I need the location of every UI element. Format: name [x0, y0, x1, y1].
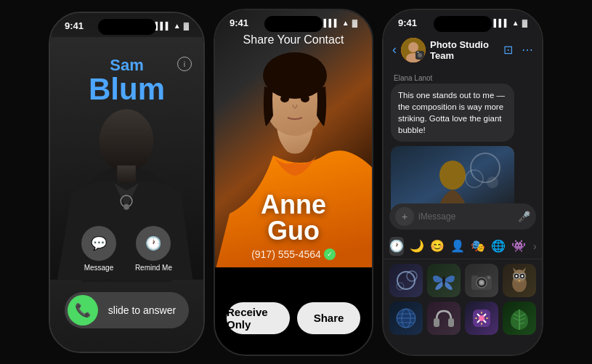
contact-name-area: Anne Guo (917) 555-4564 ✓ [215, 192, 372, 260]
status-icons-3: ▌▌▌ ▲ ▓ [494, 19, 527, 27]
svg-point-37 [516, 275, 518, 277]
dynamic-island-1 [98, 19, 156, 35]
svg-point-12 [408, 42, 418, 52]
wifi-icon-2: ▲ [342, 19, 349, 27]
video-call-icon[interactable]: ⊡ [503, 43, 513, 57]
wifi-icon: ▲ [174, 22, 181, 30]
sticker-tab-person[interactable]: 👤 [450, 237, 465, 256]
svg-point-21 [487, 177, 498, 188]
slide-to-answer[interactable]: 📞 slide to answer [65, 292, 189, 328]
sticker-headphones[interactable] [427, 302, 461, 335]
sticker-globe[interactable] [389, 302, 423, 335]
contact-phone-row: (917) 555-4564 ✓ [215, 248, 372, 260]
messages-area: Elana Lanot This one stands out to me — … [384, 68, 542, 224]
sticker-art[interactable] [465, 302, 498, 335]
svg-point-26 [442, 276, 445, 285]
mic-icon[interactable]: 🎤 [518, 211, 530, 222]
share-buttons: Receive Only Share [227, 302, 360, 334]
verified-icon: ✓ [324, 248, 336, 260]
header-icons: ⊡ ⋯ [503, 43, 533, 57]
sticker-tab-theater[interactable]: 🎭 [471, 237, 485, 256]
sticker-leaf[interactable] [503, 302, 536, 335]
battery-icon-3: ▓ [522, 19, 527, 27]
contact-first-name: Anne [215, 192, 372, 218]
contact-name: Anne Guo [215, 192, 372, 244]
sticker-tab-moon[interactable]: 🌙 [410, 237, 424, 256]
svg-point-9 [280, 95, 289, 102]
signal-icon: ▌▌▌ [155, 22, 171, 30]
status-icons-2: ▌▌▌ ▲ ▓ [324, 19, 357, 27]
svg-rect-44 [434, 318, 439, 327]
message-bubble: This one stands out to me — the composit… [391, 84, 514, 142]
sticker-owl[interactable] [503, 264, 536, 297]
call-actions: 💬 Message 🕐 Remind Me [50, 226, 203, 272]
status-time-1: 9:41 [65, 20, 84, 31]
remind-label: Remind Me [135, 264, 172, 272]
message-icon: 💬 [81, 226, 116, 261]
sticker-tab-globe[interactable]: 🌐 [491, 237, 506, 256]
messages-header: ‹ Photo Studio Team ⊡ ⋯ [384, 35, 542, 65]
phones-container: Sam Blum i 9:41 ▌▌▌ ▲ ▓ 💬 Message 🕐 Remi… [0, 0, 592, 364]
caller-last-name: Blum [50, 74, 203, 105]
svg-rect-45 [448, 318, 454, 327]
battery-icon: ▓ [184, 22, 189, 30]
sticker-tab-recent[interactable]: 🕐 [389, 237, 404, 256]
phone-3-messages: 9:41 ▌▌▌ ▲ ▓ ‹ Photo Stud [382, 9, 543, 356]
contact-last-name: Guo [215, 218, 372, 244]
contact-phone-number: (917) 555-4564 [251, 248, 321, 260]
sticker-grid [384, 259, 542, 339]
signal-icon-3: ▌▌▌ [494, 19, 509, 27]
message-label: Message [84, 264, 114, 272]
phone-1-incoming-call: Sam Blum i 9:41 ▌▌▌ ▲ ▓ 💬 Message 🕐 Remi… [49, 12, 205, 353]
signal-icon-2: ▌▌▌ [324, 19, 339, 27]
svg-rect-28 [477, 272, 486, 277]
svg-rect-16 [417, 52, 419, 53]
plus-icon[interactable]: + [395, 207, 414, 226]
sticker-butterfly[interactable] [427, 264, 461, 297]
message-input-bar[interactable]: + iMessage 🎤 [389, 203, 536, 230]
battery-icon-2: ▓ [352, 19, 357, 27]
stickers-area: 🕐 🌙 😊 👤 🎭 🌐 👾 › [384, 232, 542, 355]
phone-2-share-contact: 9:41 ▌▌▌ ▲ ▓ Share Your Contact Anne Guo… [214, 9, 373, 356]
share-button[interactable]: Share [297, 302, 360, 334]
status-time-3: 9:41 [398, 17, 417, 28]
imessage-input[interactable]: iMessage [418, 211, 518, 222]
svg-point-32 [487, 276, 490, 279]
sticker-camera[interactable] [465, 264, 498, 297]
status-icons-1: ▌▌▌ ▲ ▓ [155, 22, 189, 30]
svg-point-38 [522, 275, 524, 277]
svg-point-15 [418, 53, 422, 57]
more-stickers-icon[interactable]: › [533, 240, 537, 252]
answer-phone-icon: 📞 [68, 295, 98, 325]
svg-point-2 [100, 109, 154, 171]
svg-point-18 [439, 161, 466, 190]
sticker-tab-alien[interactable]: 👾 [511, 237, 526, 256]
slide-text: slide to answer [98, 304, 186, 316]
svg-point-10 [301, 95, 309, 102]
sticker-tab-emoji[interactable]: 😊 [430, 237, 445, 256]
svg-point-5 [123, 203, 129, 209]
share-header: Share Your Contact [215, 33, 372, 46]
info-icon[interactable]: i [177, 57, 192, 71]
message-sender: Elana Lanot [394, 74, 535, 82]
remind-action[interactable]: 🕐 Remind Me [135, 226, 172, 272]
group-name: Photo Studio Team [430, 39, 503, 61]
svg-point-31 [480, 281, 483, 284]
back-arrow-icon[interactable]: ‹ [392, 42, 397, 57]
dynamic-island-2 [264, 16, 323, 32]
sticker-tabs: 🕐 🌙 😊 👤 🎭 🌐 👾 › [384, 232, 542, 259]
wifi-icon-3: ▲ [512, 19, 519, 27]
remind-icon: 🕐 [136, 226, 171, 261]
svg-point-23 [397, 272, 415, 289]
svg-point-24 [407, 271, 417, 281]
status-time-2: 9:41 [230, 17, 248, 28]
more-icon[interactable]: ⋯ [522, 43, 533, 57]
svg-point-47 [479, 315, 484, 321]
group-avatar [401, 38, 426, 62]
dynamic-island-3 [434, 16, 492, 32]
share-title: Share Your Contact [243, 33, 344, 46]
receive-only-button[interactable]: Receive Only [227, 302, 290, 334]
message-action[interactable]: 💬 Message [81, 226, 116, 272]
sticker-bubbles[interactable] [389, 264, 423, 297]
